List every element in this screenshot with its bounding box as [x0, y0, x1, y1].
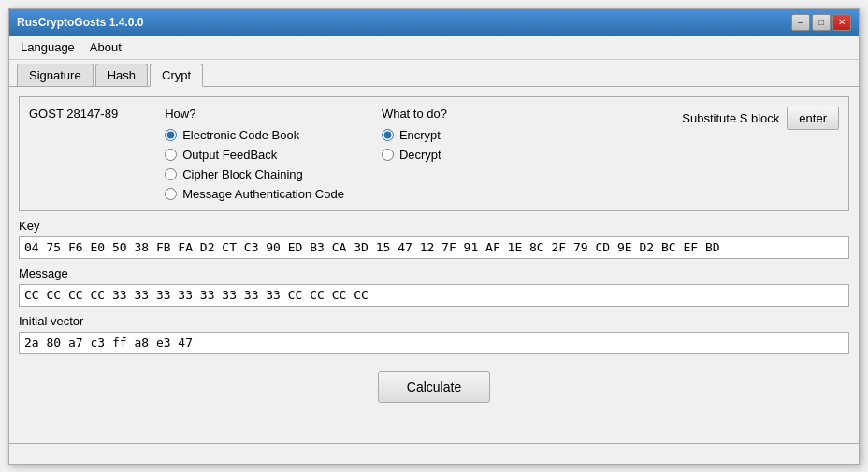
initial-vector-section: Initial vector — [19, 314, 849, 354]
tabs-container: Signature Hash Crypt — [9, 60, 859, 87]
initial-vector-label: Initial vector — [19, 314, 849, 328]
options-panel: GOST 28147-89 How? Electronic Code Book … — [19, 96, 849, 211]
window-title: RusCryptoGosts 1.4.0.0 — [17, 16, 143, 29]
radio-encrypt-input[interactable] — [382, 129, 394, 141]
radio-ecb-input[interactable] — [165, 129, 177, 141]
radio-ofb-input[interactable] — [165, 149, 177, 161]
radio-mac-label: Message Authentication Code — [182, 187, 344, 201]
enter-button[interactable]: enter — [787, 107, 839, 130]
message-section: Message — [19, 266, 849, 307]
maximize-button[interactable]: □ — [812, 14, 831, 31]
tab-crypt[interactable]: Crypt — [150, 64, 203, 87]
radio-cbc-input[interactable] — [165, 168, 177, 180]
calculate-section: Calculate — [19, 371, 849, 403]
tab-signature[interactable]: Signature — [17, 64, 94, 86]
what-radio-group: Encrypt Decrypt — [382, 128, 447, 162]
window-controls: – □ ✕ — [791, 14, 851, 31]
close-button[interactable]: ✕ — [832, 14, 851, 31]
main-window: RusCryptoGosts 1.4.0.0 – □ ✕ Language Ab… — [8, 8, 860, 465]
gost-label: GOST 28147-89 — [29, 107, 118, 121]
radio-ofb[interactable]: Output FeedBack — [165, 148, 344, 162]
radio-mac[interactable]: Message Authentication Code — [165, 187, 344, 201]
key-label: Key — [19, 219, 849, 233]
radio-encrypt-label: Encrypt — [399, 128, 441, 142]
radio-ofb-label: Output FeedBack — [182, 148, 277, 162]
how-label: How? — [165, 107, 344, 121]
menu-bar: Language About — [9, 36, 859, 60]
calculate-button[interactable]: Calculate — [378, 371, 490, 403]
key-input[interactable] — [19, 236, 849, 259]
radio-decrypt-input[interactable] — [382, 149, 394, 161]
message-input[interactable] — [19, 284, 849, 307]
tab-hash[interactable]: Hash — [95, 64, 148, 86]
menu-about[interactable]: About — [82, 37, 129, 57]
minimize-button[interactable]: – — [791, 14, 810, 31]
substitute-section: Substitute S block enter — [682, 107, 839, 130]
radio-decrypt[interactable]: Decrypt — [382, 148, 447, 162]
radio-decrypt-label: Decrypt — [399, 148, 441, 162]
status-bar — [9, 443, 859, 464]
radio-ecb[interactable]: Electronic Code Book — [165, 128, 344, 142]
substitute-label: Substitute S block — [682, 111, 779, 125]
radio-cbc-label: Cipher Block Chaining — [182, 167, 303, 181]
what-section: What to do? Encrypt Decrypt — [382, 107, 447, 162]
message-label: Message — [19, 266, 849, 280]
content-area: GOST 28147-89 How? Electronic Code Book … — [9, 87, 859, 443]
title-bar: RusCryptoGosts 1.4.0.0 – □ ✕ — [9, 9, 859, 36]
key-section: Key — [19, 219, 849, 259]
initial-vector-input[interactable] — [19, 332, 849, 354]
menu-language[interactable]: Language — [13, 37, 82, 57]
radio-mac-input[interactable] — [165, 188, 177, 200]
how-radio-group: Electronic Code Book Output FeedBack Cip… — [165, 128, 344, 201]
radio-cbc[interactable]: Cipher Block Chaining — [165, 167, 344, 181]
radio-encrypt[interactable]: Encrypt — [382, 128, 447, 142]
how-section: How? Electronic Code Book Output FeedBac… — [165, 107, 344, 201]
radio-ecb-label: Electronic Code Book — [182, 128, 299, 142]
what-label: What to do? — [382, 107, 447, 121]
